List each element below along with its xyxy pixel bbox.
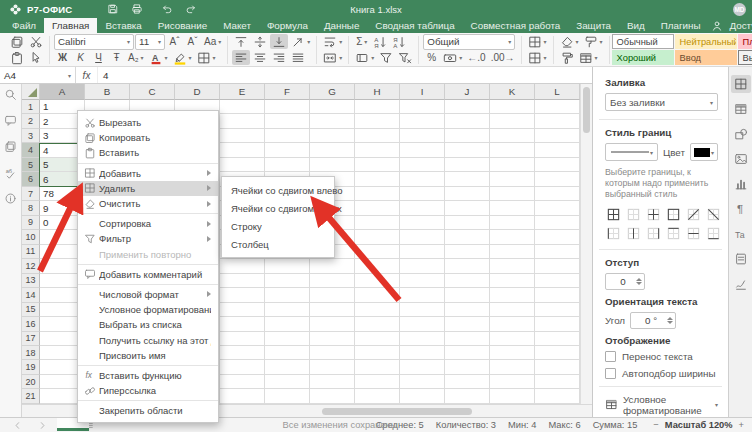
cell-H7[interactable] [355, 187, 400, 201]
cell-K15[interactable] [490, 303, 535, 317]
checkbox-wrap-text[interactable] [605, 351, 616, 362]
cell-I1[interactable] [400, 100, 445, 114]
cell-J4[interactable] [445, 143, 490, 157]
align-center-button[interactable] [251, 50, 269, 65]
cell-style-Ввод[interactable]: Ввод [675, 50, 737, 65]
underline-button[interactable]: Ч [90, 50, 107, 65]
cell-I6[interactable] [400, 172, 445, 186]
highlight-color-button[interactable]: ▾ [171, 50, 194, 65]
cell-E21[interactable] [220, 389, 265, 403]
cell-J13[interactable] [445, 274, 490, 288]
tab-Данные[interactable]: Данные [316, 18, 367, 33]
menu-item-Числовой формат[interactable]: Числовой формат [78, 287, 218, 302]
cell-E16[interactable] [220, 317, 265, 331]
angle-stepper[interactable]: 0 ° [630, 312, 676, 329]
cell-E20[interactable] [220, 375, 265, 389]
column-header-C[interactable]: C [130, 84, 175, 100]
cell-L5[interactable] [535, 158, 580, 172]
cell-E18[interactable] [220, 346, 265, 360]
cell-style-Обычный[interactable]: Обычный [612, 34, 674, 49]
cell-settings-icon[interactable] [731, 75, 751, 93]
prev-sheet-icon[interactable] [8, 418, 26, 432]
menu-item-Удалить[interactable]: Удалить [78, 181, 218, 196]
cell-G18[interactable] [310, 346, 355, 360]
column-header-H[interactable]: H [355, 84, 400, 100]
tab-Вставка[interactable]: Вставка [97, 18, 149, 33]
cell-J20[interactable] [445, 375, 490, 389]
tab-Главная[interactable]: Главная [44, 18, 97, 33]
border-left-button[interactable] [605, 225, 622, 242]
filter-button[interactable] [377, 50, 395, 65]
column-header-I[interactable]: I [400, 84, 445, 100]
cell-L1[interactable] [535, 100, 580, 114]
cell-L9[interactable] [535, 216, 580, 230]
cell-J7[interactable] [445, 187, 490, 201]
cell-F15[interactable] [265, 303, 310, 317]
cell-E2[interactable] [220, 114, 265, 128]
cell-G13[interactable] [310, 274, 355, 288]
cell-L16[interactable] [535, 317, 580, 331]
border-diag-down-button[interactable] [705, 206, 722, 223]
cell-F16[interactable] [265, 317, 310, 331]
number-format-select[interactable]: Общий▾ [423, 34, 515, 50]
named-ranges-button[interactable]: ▾ [353, 50, 376, 65]
conditional-formatting-button[interactable]: Условное форматирование ▾ [605, 394, 718, 416]
cell-G16[interactable] [310, 317, 355, 331]
wrap-text-button[interactable]: ▾ [321, 34, 344, 49]
cell-F19[interactable] [265, 360, 310, 374]
row-header-1[interactable]: 1 [22, 100, 40, 114]
indent-stepper[interactable]: 0 [605, 273, 645, 290]
increase-decimal-button[interactable]: .00→ [489, 50, 517, 65]
decrease-font-button[interactable]: Aˇ [184, 34, 201, 49]
cell-J8[interactable] [445, 201, 490, 215]
cell-J19[interactable] [445, 360, 490, 374]
cell-E17[interactable] [220, 332, 265, 346]
cell-I5[interactable] [400, 158, 445, 172]
cell-I8[interactable] [400, 201, 445, 215]
column-header-K[interactable]: K [490, 84, 535, 100]
cell-H5[interactable] [355, 158, 400, 172]
tab-Сводная таблица[interactable]: Сводная таблица [367, 18, 462, 33]
cell-H13[interactable] [355, 274, 400, 288]
row-header-12[interactable]: 12 [22, 259, 40, 273]
cell-H15[interactable] [355, 303, 400, 317]
cell-I13[interactable] [400, 274, 445, 288]
border-line-style-select[interactable]: ▾ [605, 143, 658, 161]
cell-F14[interactable] [265, 288, 310, 302]
row-header-15[interactable]: 15 [22, 303, 40, 317]
cell-L10[interactable] [535, 230, 580, 244]
cell-L15[interactable] [535, 303, 580, 317]
menu-item-Добавить[interactable]: Добавить [78, 166, 218, 181]
cell-L20[interactable] [535, 375, 580, 389]
cell-G15[interactable] [310, 303, 355, 317]
increase-font-button[interactable]: Aˆ [166, 34, 183, 49]
tab-Формула[interactable]: Формула [259, 18, 316, 33]
cell-K4[interactable] [490, 143, 535, 157]
row-header-16[interactable]: 16 [22, 317, 40, 331]
tab-Защита[interactable]: Защита [568, 18, 619, 33]
vertical-scrollbar[interactable] [580, 84, 592, 404]
tab-Макет[interactable]: Макет [215, 18, 259, 33]
cell-G20[interactable] [310, 375, 355, 389]
cell-E14[interactable] [220, 288, 265, 302]
cell-L2[interactable] [535, 114, 580, 128]
column-header-G[interactable]: G [310, 84, 355, 100]
row-header-9[interactable]: 9 [22, 216, 40, 230]
submenu-item-Строку[interactable]: Строку [222, 217, 334, 235]
row-header-13[interactable]: 13 [22, 274, 40, 288]
cell-L19[interactable] [535, 360, 580, 374]
comments-icon[interactable] [3, 113, 19, 128]
zoom-in-button[interactable]: + [739, 420, 744, 430]
cell-G21[interactable] [310, 389, 355, 403]
row-header-20[interactable]: 20 [22, 375, 40, 389]
paragraph-settings-icon[interactable]: ¶ [731, 200, 751, 218]
cell-L6[interactable] [535, 172, 580, 186]
cell-E13[interactable] [220, 274, 265, 288]
cell-G17[interactable] [310, 332, 355, 346]
cell-J3[interactable] [445, 129, 490, 143]
cell-H18[interactable] [355, 346, 400, 360]
cell-L13[interactable] [535, 274, 580, 288]
percent-style-button[interactable]: % [423, 50, 440, 65]
slicer-settings-icon[interactable] [731, 250, 751, 268]
insert-function-icon[interactable]: fx [76, 67, 98, 83]
